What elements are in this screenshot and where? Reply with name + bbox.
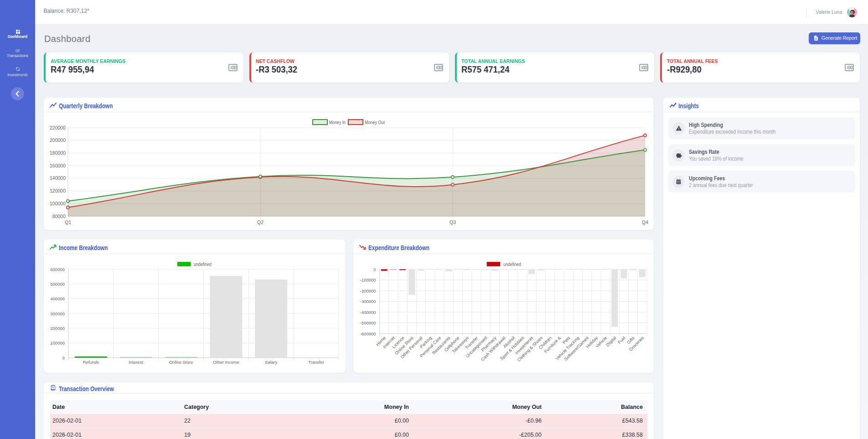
svg-text:Fuel: Fuel (617, 335, 626, 345)
svg-text:Salary: Salary (265, 360, 277, 365)
svg-text:Interest: Interest (129, 360, 143, 365)
svg-text:600000: 600000 (50, 267, 65, 272)
svg-text:Q4: Q4 (642, 220, 648, 225)
svg-text:-600000: -600000 (360, 331, 376, 336)
svg-text:Money Out: Money Out (365, 120, 385, 125)
svg-text:Money In: Money In (329, 120, 346, 125)
svg-text:-200000: -200000 (360, 288, 376, 293)
svg-text:Refunds: Refunds (83, 360, 99, 365)
svg-text:200000: 200000 (50, 137, 66, 143)
svg-text:undefined: undefined (194, 262, 212, 267)
svg-text:Q1: Q1 (65, 220, 71, 225)
svg-text:500000: 500000 (50, 282, 65, 287)
svg-text:Digital: Digital (605, 335, 617, 347)
svg-text:120000: 120000 (50, 188, 66, 193)
svg-text:-500000: -500000 (360, 320, 376, 325)
svg-text:200000: 200000 (50, 326, 65, 331)
svg-text:160000: 160000 (50, 163, 66, 168)
svg-text:140000: 140000 (50, 175, 66, 181)
svg-text:0: 0 (373, 267, 376, 272)
svg-text:Online Store: Online Store (169, 360, 193, 365)
svg-text:Other Income: Other Income (213, 360, 239, 365)
svg-text:undefined: undefined (503, 262, 521, 267)
svg-text:400000: 400000 (50, 296, 65, 301)
svg-text:80000: 80000 (52, 214, 66, 219)
svg-text:100000: 100000 (50, 201, 66, 206)
svg-text:-100000: -100000 (360, 277, 376, 282)
svg-text:0: 0 (62, 355, 65, 361)
svg-text:300000: 300000 (50, 311, 65, 316)
svg-text:Q2: Q2 (257, 220, 264, 225)
svg-text:100000: 100000 (50, 340, 65, 345)
svg-text:Transfer: Transfer (308, 360, 324, 365)
svg-text:180000: 180000 (50, 150, 66, 156)
svg-text:220000: 220000 (50, 125, 66, 131)
svg-text:-300000: -300000 (360, 299, 376, 304)
svg-text:Q3: Q3 (450, 220, 456, 225)
svg-text:-400000: -400000 (360, 310, 376, 315)
